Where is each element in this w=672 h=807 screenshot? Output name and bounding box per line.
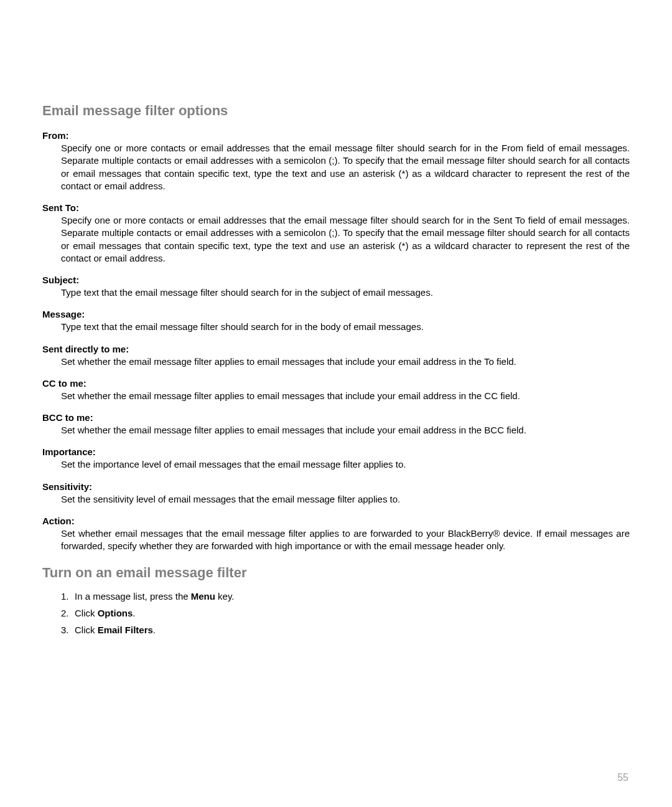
option-from: From: Specify one or more contacts or em…: [42, 130, 630, 192]
option-desc-cctome: Set whether the email message filter app…: [42, 390, 630, 402]
option-term-subject: Subject:: [42, 275, 630, 285]
option-importance: Importance: Set the importance level of …: [42, 446, 630, 471]
option-term-importance: Importance:: [42, 446, 630, 457]
option-term-bcctome: BCC to me:: [42, 412, 630, 423]
step-3: 3.Click Email Filters.: [61, 623, 630, 636]
heading-turn-on-filter: Turn on an email message filter: [42, 565, 630, 581]
option-desc-importance: Set the importance level of email messag…: [42, 458, 630, 471]
step-2-post: .: [133, 608, 135, 618]
step-1-pre: In a message list, press the: [75, 591, 191, 602]
option-sentto: Sent To: Specify one or more contacts or…: [42, 202, 630, 265]
steps-list: 1.In a message list, press the Menu key.…: [42, 590, 630, 636]
option-desc-message: Type text that the email message filter …: [42, 321, 630, 333]
step-3-post: .: [153, 625, 156, 635]
step-2-pre: Click: [75, 608, 98, 618]
option-desc-sensitivity: Set the sensitivity level of email messa…: [42, 493, 630, 506]
option-subject: Subject: Type text that the email messag…: [42, 275, 630, 299]
option-desc-from: Specify one or more contacts or email ad…: [42, 142, 630, 192]
option-cctome: CC to me: Set whether the email message …: [42, 378, 630, 402]
step-1: 1.In a message list, press the Menu key.: [61, 590, 630, 603]
option-desc-sentdirect: Set whether the email message filter app…: [42, 356, 630, 368]
step-num-3: 3.: [61, 623, 75, 636]
option-term-sentdirect: Sent directly to me:: [42, 344, 630, 354]
option-sensitivity: Sensitivity: Set the sensitivity level o…: [42, 481, 630, 506]
option-bcctome: BCC to me: Set whether the email message…: [42, 412, 630, 437]
step-num-1: 1.: [61, 590, 75, 603]
option-action: Action: Set whether email messages that …: [42, 516, 630, 553]
step-3-pre: Click: [75, 625, 98, 635]
step-2-bold: Options: [98, 608, 133, 618]
option-term-cctome: CC to me:: [42, 378, 630, 389]
option-desc-sentto: Specify one or more contacts or email ad…: [42, 214, 630, 265]
option-desc-bcctome: Set whether the email message filter app…: [42, 424, 630, 437]
step-3-bold: Email Filters: [98, 625, 153, 635]
option-term-sensitivity: Sensitivity:: [42, 481, 630, 492]
option-term-from: From:: [42, 130, 630, 141]
option-sentdirect: Sent directly to me: Set whether the ema…: [42, 344, 630, 368]
step-2: 2.Click Options.: [61, 606, 630, 620]
step-1-post: key.: [215, 591, 235, 602]
option-term-sentto: Sent To:: [42, 202, 630, 213]
page-number: 55: [617, 772, 628, 783]
option-term-message: Message:: [42, 309, 630, 319]
option-desc-subject: Type text that the email message filter …: [42, 286, 630, 299]
step-num-2: 2.: [61, 606, 75, 620]
option-desc-action: Set whether email messages that the emai…: [42, 527, 630, 553]
step-1-bold: Menu: [191, 591, 215, 602]
option-message: Message: Type text that the email messag…: [42, 309, 630, 333]
option-term-action: Action:: [42, 516, 630, 526]
heading-email-filter-options: Email message filter options: [42, 103, 630, 119]
